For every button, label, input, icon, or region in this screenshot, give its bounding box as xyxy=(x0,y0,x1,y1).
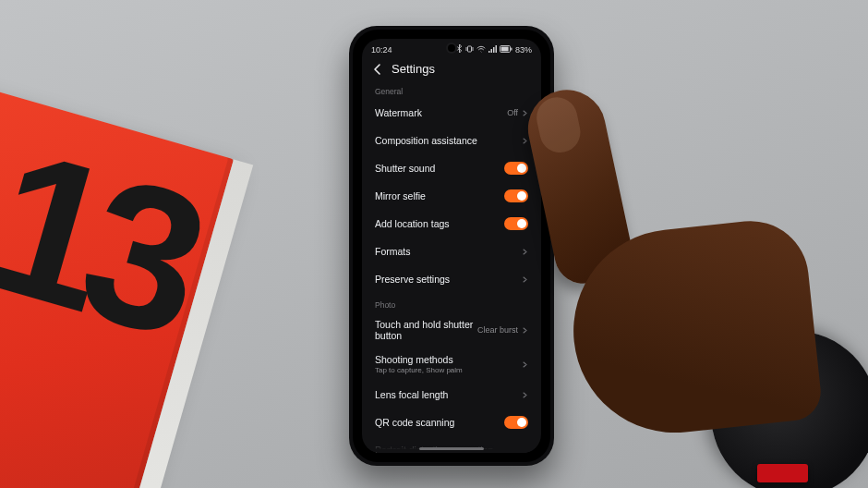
svg-rect-4 xyxy=(495,45,497,53)
row-lens-focal-length[interactable]: Lens focal length xyxy=(375,381,528,409)
svg-rect-7 xyxy=(511,47,512,50)
product-box: 13 xyxy=(0,78,234,488)
row-label: Watermark xyxy=(375,107,422,118)
chevron-right-icon xyxy=(522,249,528,255)
svg-rect-0 xyxy=(467,46,471,52)
phone-screen: 10:24 xyxy=(362,39,541,453)
row-value: Clear burst xyxy=(477,325,518,335)
settings-list: General Watermark Off Composition assist… xyxy=(362,87,541,453)
signal-icon xyxy=(488,45,497,55)
battery-icon xyxy=(500,45,512,55)
back-arrow-icon[interactable] xyxy=(371,63,384,76)
box-model-number: 13 xyxy=(0,137,206,347)
toggle-qr-scanning[interactable] xyxy=(504,416,528,429)
svg-rect-1 xyxy=(488,51,490,53)
status-time: 10:24 xyxy=(371,45,392,55)
status-right-cluster: 83% xyxy=(456,44,532,55)
row-add-location-tags[interactable]: Add location tags xyxy=(375,210,528,238)
svg-rect-6 xyxy=(501,46,509,51)
row-shutter-sound[interactable]: Shutter sound xyxy=(375,154,528,182)
row-label: Lens focal length xyxy=(375,389,448,400)
chevron-right-icon xyxy=(522,276,528,283)
row-watermark[interactable]: Watermark Off xyxy=(375,99,528,127)
section-photo: Photo xyxy=(375,300,528,310)
wifi-icon xyxy=(476,45,486,55)
row-preserve-settings[interactable]: Preserve settings xyxy=(375,265,528,293)
chevron-right-icon xyxy=(522,110,528,116)
row-label: Formats xyxy=(375,246,411,257)
punch-hole-camera xyxy=(448,44,455,52)
row-value: Off xyxy=(507,108,518,117)
photo-scene: 13 10:24 xyxy=(0,0,868,488)
row-label: QR code scanning xyxy=(375,417,454,428)
row-label: Add location tags xyxy=(375,218,450,229)
chevron-right-icon xyxy=(522,327,528,334)
bluetooth-icon xyxy=(456,44,463,55)
row-touch-hold-shutter[interactable]: Touch and hold shutter button Clear burs… xyxy=(375,312,528,348)
row-qr-code-scanning[interactable]: QR code scanning xyxy=(375,409,528,436)
row-subtext: Tap to capture, Show palm xyxy=(375,366,463,374)
gesture-nav-bar[interactable] xyxy=(419,447,484,450)
row-label: Shooting methods xyxy=(375,354,463,365)
page-title: Settings xyxy=(392,62,435,76)
row-label: Mirror selfie xyxy=(375,190,426,201)
toggle-shutter-sound[interactable] xyxy=(504,162,528,175)
toggle-mirror-selfie[interactable] xyxy=(504,189,528,202)
row-mirror-selfie[interactable]: Mirror selfie xyxy=(375,182,528,210)
chevron-right-icon xyxy=(522,138,528,144)
section-general: General xyxy=(375,87,528,96)
svg-rect-2 xyxy=(490,49,492,53)
chevron-right-icon xyxy=(522,392,528,398)
row-label: Touch and hold shutter button xyxy=(375,319,476,341)
hand-overlay xyxy=(540,89,762,348)
chevron-right-icon xyxy=(522,361,528,368)
row-label: Composition assistance xyxy=(375,135,477,146)
svg-rect-3 xyxy=(493,47,495,53)
row-label: Preserve settings xyxy=(375,274,450,285)
row-label: Shutter sound xyxy=(375,163,435,174)
toggle-location-tags[interactable] xyxy=(504,217,528,230)
status-battery-text: 83% xyxy=(515,45,532,55)
row-composition-assistance[interactable]: Composition assistance xyxy=(375,127,528,154)
row-formats[interactable]: Formats xyxy=(375,238,528,265)
row-shooting-methods[interactable]: Shooting methods Tap to capture, Show pa… xyxy=(375,348,528,381)
phone-device: 10:24 xyxy=(349,26,554,466)
settings-header: Settings xyxy=(362,56,541,79)
vibrate-icon xyxy=(465,45,474,55)
subscribe-badge xyxy=(757,464,808,482)
